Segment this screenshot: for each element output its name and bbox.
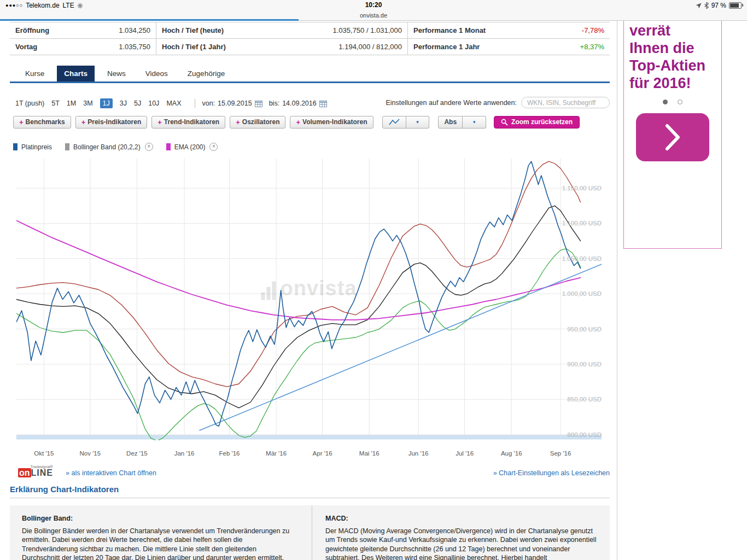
chevron-down-icon: ▼ [412, 120, 424, 125]
period-10j[interactable]: 10J [148, 100, 159, 107]
x-axis-label: Feb '16 [219, 450, 240, 457]
scale-abs-button[interactable]: Abs [438, 116, 463, 129]
plus-icon: + [157, 118, 162, 126]
add-trend-indikatoren-button[interactable]: +Trend-Indikatoren [151, 116, 225, 129]
add-benchmarks-button[interactable]: +Benchmarks [13, 116, 71, 129]
period-3m[interactable]: 3M [83, 100, 92, 107]
quote-label: Hoch / Tief (1 Jahr) [162, 43, 226, 51]
x-axis-label: Sep '16 [550, 450, 571, 457]
button-label: Volumen-Indikatoren [302, 118, 367, 126]
bollinger-explanation: Bollinger Band: Die Bollinger Bänder wer… [22, 514, 295, 560]
scale-dropdown[interactable]: ▼ [463, 116, 486, 129]
ad-text: verrätIhnen dieTop-Aktienfür 2016! [624, 21, 721, 92]
x-axis-labels: Okt '15Nov '15Dez '15Jan '16Feb '16Mär '… [16, 450, 602, 459]
macd-text: Der MACD (Moving Average Convergence/Div… [325, 527, 599, 560]
y-axis-label: 1.000,00 USD [562, 290, 602, 297]
legend-label: Bollinger Band (20,2,2) [73, 143, 141, 151]
quote-table-row: Vortag1.035,750Hoch / Tief (1 Jahr)1.194… [10, 39, 610, 55]
period-selector: 1T (push)5T1M3M1J3J5J10JMAX [15, 98, 188, 108]
section-tabs: KurseChartsNewsVideosZugehörige [10, 66, 610, 83]
ad-pagination-dots[interactable] [624, 100, 721, 104]
y-axis-label: 800,00 USD [567, 431, 602, 438]
from-label: von: [202, 100, 215, 107]
carrier-label: Telekom.de [26, 2, 59, 9]
chart-type-dropdown[interactable]: ▼ [406, 116, 430, 129]
period-5t[interactable]: 5T [51, 100, 60, 107]
period-3j[interactable]: 3J [120, 100, 127, 107]
remove-indicator-icon[interactable]: × [209, 143, 218, 151]
to-date[interactable]: 14.09.2016 [282, 100, 317, 107]
symbol-search-input[interactable] [521, 97, 610, 108]
price-chart[interactable]: 1.150,00 USD1.100,00 USD1.050,00 USD1.00… [16, 159, 602, 440]
advertisement[interactable]: verrätIhnen dieTop-Aktienfür 2016! [623, 21, 722, 249]
series-ema-200 [16, 220, 581, 320]
bollinger-title: Bollinger Band: [22, 514, 295, 523]
y-axis-label: 900,00 USD [567, 361, 602, 368]
quote-table: Eröffnung1.034,250Hoch / Tief (heute)1.0… [10, 22, 610, 55]
bookmark-chart-settings-link[interactable]: » Chart-Einstellungen als Lesezeichen [493, 469, 610, 477]
quote-table-row: Eröffnung1.034,250Hoch / Tief (heute)1.0… [10, 22, 610, 39]
signal-strength-icon: ●●●○○ [5, 3, 23, 8]
plus-icon: + [81, 118, 86, 126]
tab-videos[interactable]: Videos [138, 66, 175, 81]
bluetooth-icon [704, 2, 709, 9]
chart-period-toolbar: 1T (push)5T1M3M1J3J5J10JMAX von: 15.09.2… [15, 97, 334, 109]
remove-indicator-icon[interactable]: × [145, 143, 153, 151]
legend-label: Platinpreis [21, 143, 52, 151]
calendar-icon[interactable] [319, 100, 327, 107]
add-oszillatoren-button[interactable]: +Oszillatoren [230, 116, 285, 129]
plus-icon: + [236, 118, 240, 126]
magnifier-icon [501, 119, 508, 126]
period-1t-push[interactable]: 1T (push) [15, 100, 44, 107]
battery-percent: 97 % [711, 2, 726, 9]
chevron-right-icon [663, 122, 682, 153]
zoom-reset-button[interactable]: Zoom zurücksetzen [494, 116, 580, 129]
quote-value: -7,78% [582, 26, 604, 34]
legend-swatch [13, 143, 17, 150]
legend-swatch [65, 143, 69, 150]
legend-item: EMA (200)× [166, 143, 218, 151]
chart-type-button[interactable] [382, 116, 406, 129]
period-5j[interactable]: 5J [134, 100, 141, 107]
quote-cell: Hoch / Tief (heute)1.035,750 / 1.031,000 [156, 22, 407, 38]
add-preis-indikatoren-button[interactable]: +Preis-Indikatoren [75, 116, 148, 129]
quote-cell: Eröffnung1.034,250 [10, 22, 156, 38]
logo-line: LINE [31, 468, 53, 477]
tab-charts[interactable]: Charts [57, 66, 95, 81]
add-volumen-indikatoren-button[interactable]: +Volumen-Indikatoren [290, 116, 373, 129]
y-axis-label: 1.050,00 USD [562, 255, 602, 262]
quote-label: Vortag [15, 43, 37, 51]
x-axis-label: Mär '16 [266, 450, 287, 457]
ipad-safari-screen: ●●●○○ Telekom.de LTE 10:20 97 % onvista.… [0, 0, 747, 560]
chart-footer: Tradesignal® onLINE » als interaktiven C… [10, 465, 610, 483]
from-date[interactable]: 15.09.2015 [218, 100, 252, 107]
calendar-icon[interactable] [255, 100, 262, 107]
period-max[interactable]: MAX [166, 100, 181, 107]
open-interactive-chart-link[interactable]: » als interaktiven Chart öffnen [66, 469, 156, 477]
watermark-text: onvista [280, 276, 357, 300]
y-axis-label: 1.150,00 USD [562, 185, 602, 191]
sync-icon [77, 3, 83, 9]
tab-zugehörige[interactable]: Zugehörige [180, 66, 232, 81]
pagination-dot-active[interactable] [663, 100, 668, 104]
divider [617, 21, 617, 560]
legend-item: Bollinger Band (20,2,2)× [65, 143, 153, 151]
period-1j[interactable]: 1J [100, 98, 113, 108]
explanation-heading: Erklärung Chart-Indikatoren [10, 485, 119, 494]
zoom-reset-label: Zoom zurücksetzen [511, 118, 573, 126]
tab-kurse[interactable]: Kurse [18, 66, 51, 81]
ad-text-line: verrät [629, 22, 716, 39]
period-1m[interactable]: 1M [67, 100, 76, 107]
series-trendlinie [200, 264, 602, 430]
chart-legend: PlatinpreisBollinger Band (20,2,2)×EMA (… [13, 143, 218, 151]
quote-cell: Vortag1.035,750 [10, 39, 156, 55]
ad-next-button[interactable] [636, 113, 709, 161]
pagination-dot[interactable] [678, 100, 682, 104]
to-label: bis: [269, 100, 279, 107]
button-label: Oszillatoren [242, 118, 280, 126]
divider [195, 99, 195, 108]
divider [10, 498, 610, 498]
ad-text-line: Top-Aktien [629, 57, 716, 74]
tab-news[interactable]: News [100, 66, 133, 81]
battery-icon [729, 2, 742, 9]
